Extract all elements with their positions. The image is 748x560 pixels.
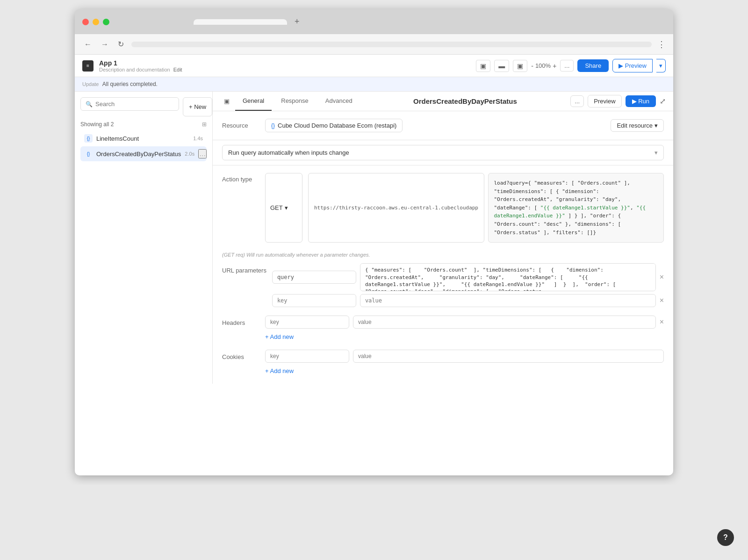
zoom-minus-btn[interactable]: - — [531, 62, 533, 70]
zoom-control: - 100% + — [531, 62, 556, 70]
auto-run-section: Run query automatically when inputs chan… — [213, 140, 673, 165]
resource-selector[interactable]: {} Cube Cloud Demo Database Ecom (restap… — [265, 119, 403, 132]
status-bar: Update All queries completed. — [75, 77, 673, 92]
panel-tabs: ▣ General Response Advanced OrdersCreate… — [213, 92, 673, 111]
hint-text: (GET req) Will run automatically wheneve… — [213, 250, 673, 263]
panel-title: OrdersCreatedByDayPerStatus — [362, 97, 569, 105]
url-params-label: URL parameters — [222, 263, 266, 310]
traffic-lights — [82, 19, 109, 25]
tab-general[interactable]: General — [235, 92, 272, 111]
param-key-2[interactable] — [272, 294, 356, 307]
query-list: {} LineItemsCount 1.4s {} OrdersCreatedB… — [80, 131, 207, 161]
app-container: ≡ App 1 Description and documentation Ed… — [75, 55, 673, 475]
layout-left-btn[interactable]: ▣ — [476, 60, 490, 72]
cookie-key-input[interactable] — [265, 350, 349, 363]
url-params-section: URL parameters { "measures": [ "Orders.c… — [213, 263, 673, 316]
param-remove-2[interactable]: × — [660, 296, 664, 305]
query-item[interactable]: {} LineItemsCount 1.4s — [80, 131, 207, 145]
nav-bar: ← → ↻ ⋮ — [75, 34, 673, 55]
app-header: ≡ App 1 Description and documentation Ed… — [75, 55, 673, 77]
edit-resource-button[interactable]: Edit resource ▾ — [611, 119, 664, 132]
active-tab[interactable] — [194, 19, 287, 25]
cookies-section: Cookies + Add new — [213, 350, 673, 384]
url-params-body: { "measures": [ "Orders.count" ], "timeD… — [272, 263, 664, 310]
header-key-input[interactable] — [265, 316, 349, 329]
new-button[interactable]: + New — [183, 97, 212, 116]
header-val-input[interactable] — [353, 316, 656, 329]
resource-name: Cube Cloud Demo Database Ecom (restapi) — [278, 122, 396, 129]
panel-layout-icon[interactable]: ▣ — [220, 92, 233, 110]
query-icon-active: {} — [84, 150, 93, 158]
resource-section: Resource {} Cube Cloud Demo Database Eco… — [213, 111, 673, 140]
zoom-plus-btn[interactable]: + — [553, 62, 556, 70]
search-input[interactable] — [95, 101, 174, 108]
action-label: Action type — [222, 173, 259, 243]
app-logo: ≡ — [82, 60, 94, 72]
auto-run-selector[interactable]: Run query automatically when inputs chan… — [222, 145, 664, 160]
param-val-query[interactable]: { "measures": [ "Orders.count" ], "timeD… — [360, 263, 656, 291]
param-remove-query[interactable]: × — [660, 273, 664, 281]
url-input[interactable] — [308, 173, 484, 243]
close-button[interactable] — [82, 19, 89, 25]
new-tab-button[interactable]: + — [291, 15, 303, 29]
showing-label: Showing all 2 — [80, 121, 114, 128]
reload-button[interactable]: ↻ — [116, 38, 126, 50]
sidebar: 🔍 + New Showing all 2 ⊞ {} LineItemsCoun… — [75, 92, 213, 384]
add-cookie-button[interactable]: + Add new — [265, 366, 294, 376]
query-item-active[interactable]: {} OrdersCreatedByDayPerStatus 2.0s … — [80, 146, 207, 161]
app-subtitle: Description and documentation Edit — [99, 67, 470, 72]
layout-right-btn[interactable]: ▣ — [513, 60, 527, 72]
share-button[interactable]: Share — [577, 59, 609, 72]
panel-expand-button[interactable]: ⤢ — [660, 97, 666, 106]
query-name: LineItemsCount — [96, 135, 189, 142]
back-button[interactable]: ← — [82, 38, 94, 50]
browser-menu-button[interactable]: ⋮ — [657, 39, 666, 50]
tab-response[interactable]: Response — [273, 92, 316, 111]
filter-icon[interactable]: ⊞ — [202, 121, 207, 128]
action-body: load?query={ "measures": [ "Orders.count… — [308, 173, 664, 243]
cookie-val-input[interactable] — [353, 350, 664, 363]
app-more-button[interactable]: ... — [560, 60, 574, 72]
maximize-button[interactable] — [103, 19, 109, 25]
address-bar[interactable] — [131, 42, 652, 47]
search-row: 🔍 + New — [80, 97, 207, 116]
browser-window: + ← → ↻ ⋮ ≡ App 1 Description and docume… — [75, 9, 673, 475]
preview-dropdown-arrow[interactable]: ▾ — [656, 59, 666, 72]
edit-link[interactable]: Edit — [173, 67, 182, 72]
panel-preview-button[interactable]: Preview — [588, 95, 621, 108]
query-dots-button[interactable]: … — [198, 149, 207, 158]
param-row-2: × — [272, 294, 664, 307]
query-name-active: OrdersCreatedByDayPerStatus — [96, 151, 181, 158]
action-section: Action type GET ▾ load?query={ "measures… — [213, 165, 673, 250]
resource-icon: {} — [271, 122, 275, 129]
showing-row: Showing all 2 ⊞ — [80, 121, 207, 128]
add-header-button[interactable]: + Add new — [265, 331, 294, 342]
title-bar: + — [75, 9, 673, 34]
url-code-block: load?query={ "measures": [ "Orders.count… — [488, 173, 664, 243]
tab-bar: + — [115, 15, 666, 29]
panel-run-button[interactable]: ▶ Run — [626, 95, 656, 107]
forward-button[interactable]: → — [99, 38, 110, 50]
layout-center-btn[interactable]: ▬ — [494, 60, 509, 72]
param-key-query[interactable] — [272, 271, 356, 284]
cookie-row — [265, 350, 664, 363]
chevron-down-icon: ▾ — [654, 149, 658, 156]
param-val-2[interactable] — [360, 294, 656, 307]
status-label: Update — [82, 81, 99, 87]
header-remove-button[interactable]: × — [660, 318, 664, 326]
action-type-select[interactable]: GET ▾ — [265, 173, 302, 243]
search-box: 🔍 — [80, 97, 179, 111]
preview-button[interactable]: ▶ Preview — [612, 59, 653, 72]
tab-advanced[interactable]: Advanced — [318, 92, 360, 111]
resource-label: Resource — [222, 122, 259, 129]
panel-actions: ... Preview ▶ Run ⤢ — [570, 95, 666, 108]
cookies-label: Cookies — [222, 350, 259, 360]
panel-more-button[interactable]: ... — [570, 95, 584, 107]
minimize-button[interactable] — [93, 19, 99, 25]
headers-label: Headers — [222, 316, 259, 326]
status-message: All queries completed. — [102, 81, 158, 87]
main-content: ▣ General Response Advanced OrdersCreate… — [213, 92, 673, 384]
query-icon: {} — [84, 134, 93, 143]
headers-section: Headers × + Add new — [213, 316, 673, 350]
cookies-body: + Add new — [265, 350, 664, 376]
